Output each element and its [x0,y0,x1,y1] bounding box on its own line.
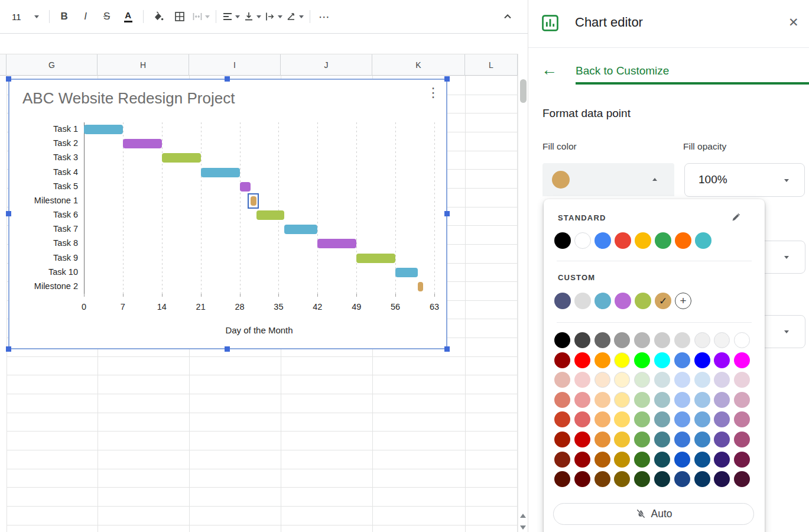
palette-swatch[interactable] [554,332,570,348]
palette-swatch[interactable] [594,352,610,368]
palette-swatch[interactable] [614,471,630,487]
palette-swatch[interactable] [614,452,630,468]
palette-swatch[interactable] [574,352,590,368]
text-rotation-button[interactable] [284,7,306,26]
gantt-bar-task-4[interactable] [201,168,240,177]
palette-swatch[interactable] [694,471,710,487]
palette-swatch[interactable] [734,332,750,348]
palette-swatch[interactable] [594,432,610,447]
standard-swatch[interactable] [594,232,611,249]
bold-button[interactable]: B [54,7,75,26]
palette-swatch[interactable] [714,432,730,447]
chart-handle-left-mid[interactable] [6,211,11,216]
scrollbar-thumb[interactable] [520,79,527,103]
more-options-button[interactable]: ⋯ [314,7,336,26]
palette-swatch[interactable] [554,411,570,427]
palette-swatch[interactable] [694,392,710,408]
palette-swatch[interactable] [574,392,590,408]
gantt-bar-task-1[interactable] [84,125,123,134]
palette-swatch[interactable] [674,332,690,348]
gantt-bar-milestone-2[interactable] [418,282,423,291]
standard-swatch[interactable] [695,232,711,249]
palette-swatch[interactable] [674,372,690,388]
palette-swatch[interactable] [674,392,690,408]
standard-swatch[interactable] [655,232,671,249]
palette-swatch[interactable] [734,352,750,368]
palette-swatch[interactable] [674,452,690,468]
standard-swatch[interactable] [554,232,571,249]
palette-swatch[interactable] [554,432,570,447]
gantt-bar-task-6[interactable] [256,210,284,220]
add-custom-color-button[interactable]: + [675,293,691,309]
chart-handle-bottom-left[interactable] [6,346,11,352]
palette-swatch[interactable] [714,372,730,388]
column-header-k[interactable]: K [372,54,465,76]
standard-swatch[interactable] [635,232,651,249]
vertical-align-button[interactable] [242,7,263,26]
palette-swatch[interactable] [674,471,690,487]
palette-swatch[interactable] [734,411,750,427]
palette-swatch[interactable] [634,352,650,368]
chart-card[interactable]: ABC Website Redesign Project ⋮ 071421283… [8,79,447,349]
chart-menu-button[interactable]: ⋮ [427,86,440,100]
palette-swatch[interactable] [674,432,690,447]
palette-swatch[interactable] [554,392,570,408]
custom-swatch[interactable] [594,293,611,309]
palette-swatch[interactable] [654,352,670,368]
palette-swatch[interactable] [594,471,610,487]
palette-swatch[interactable] [614,352,630,368]
standard-swatch[interactable] [675,232,691,249]
palette-swatch[interactable] [634,452,650,468]
palette-swatch[interactable] [694,411,710,427]
palette-swatch[interactable] [554,471,570,487]
palette-swatch[interactable] [614,432,630,447]
gantt-bar-task-10[interactable] [395,268,418,277]
palette-swatch[interactable] [734,432,750,447]
palette-swatch[interactable] [734,452,750,468]
custom-swatch[interactable] [635,293,651,309]
palette-swatch[interactable] [714,392,730,408]
chart-handle-right-mid[interactable] [444,211,450,216]
italic-button[interactable]: I [75,7,96,26]
palette-swatch[interactable] [554,352,570,368]
borders-button[interactable] [169,7,190,26]
scroll-down-icon[interactable] [520,525,526,530]
palette-swatch[interactable] [694,332,710,348]
palette-swatch[interactable] [594,452,610,468]
palette-swatch[interactable] [634,332,650,348]
palette-swatch[interactable] [574,432,590,447]
vertical-scrollbar[interactable] [518,54,528,532]
standard-swatch[interactable] [574,232,591,249]
close-icon[interactable]: ✕ [788,15,799,30]
chart-handle-top-mid[interactable] [225,76,230,82]
fill-color-button[interactable] [148,7,169,26]
gantt-bar-task-8[interactable] [317,239,356,248]
palette-swatch[interactable] [654,432,670,447]
edit-colors-button[interactable] [730,211,742,225]
palette-swatch[interactable] [714,332,730,348]
custom-swatch[interactable] [615,293,631,309]
palette-swatch[interactable] [614,411,630,427]
scroll-up-icon[interactable] [520,514,526,518]
custom-swatch[interactable]: ✓ [655,293,671,309]
column-header-h[interactable]: H [98,54,189,76]
custom-swatch[interactable] [574,293,591,309]
palette-swatch[interactable] [674,352,690,368]
gantt-bar-task-7[interactable] [284,225,317,234]
text-color-button[interactable]: A [118,7,139,26]
palette-swatch[interactable] [714,411,730,427]
gantt-bar-task-3[interactable] [162,153,201,163]
palette-swatch[interactable] [554,372,570,388]
palette-swatch[interactable] [654,452,670,468]
palette-swatch[interactable] [594,392,610,408]
standard-swatch[interactable] [615,232,631,249]
palette-swatch[interactable] [574,372,590,388]
palette-swatch[interactable] [694,372,710,388]
palette-swatch[interactable] [594,411,610,427]
palette-swatch[interactable] [654,332,670,348]
strikethrough-button[interactable]: S [96,7,118,26]
palette-swatch[interactable] [574,452,590,468]
auto-color-button[interactable]: Auto [553,503,754,525]
palette-swatch[interactable] [654,392,670,408]
palette-swatch[interactable] [574,471,590,487]
